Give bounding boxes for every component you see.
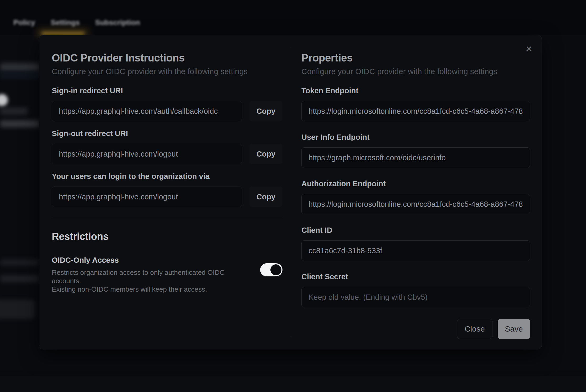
instructions-title: OIDC Provider Instructions: [52, 52, 282, 64]
properties-subtitle: Configure your OIDC provider with the fo…: [301, 67, 530, 76]
background-blur-text: [0, 275, 39, 282]
oidc-only-access-description-line2: Existing non-OIDC members will keep thei…: [52, 285, 236, 293]
sign-out-redirect-field: Sign-out redirect URI Copy: [52, 129, 282, 164]
background-blur-text: [0, 260, 39, 265]
authorization-endpoint-input[interactable]: [301, 194, 530, 214]
user-info-endpoint-field: User Info Endpoint: [301, 133, 530, 168]
top-bar-background: [0, 0, 586, 35]
tab-settings[interactable]: Settings: [51, 18, 80, 27]
page-bottom-area: [0, 376, 586, 392]
tab-policy[interactable]: Policy: [13, 18, 35, 27]
save-button[interactable]: Save: [498, 319, 530, 339]
login-via-label: Your users can login to the organization…: [52, 172, 282, 181]
token-endpoint-label: Token Endpoint: [301, 86, 530, 95]
restrictions-heading: Restrictions: [52, 231, 282, 242]
copy-sign-in-button[interactable]: Copy: [249, 101, 282, 121]
background-blur-band: [0, 71, 39, 79]
token-endpoint-input[interactable]: [301, 101, 530, 121]
tab-subscription[interactable]: Subscription: [95, 18, 140, 27]
background-blur-avatar: [0, 94, 8, 106]
properties-column: Properties Configure your OIDC provider …: [301, 52, 530, 339]
sign-out-redirect-input[interactable]: [52, 144, 242, 164]
token-endpoint-field: Token Endpoint: [301, 86, 530, 121]
oidc-only-access-description-line1: Restricts organization access to only au…: [52, 268, 236, 285]
background-blur-text: [0, 63, 39, 71]
user-info-endpoint-label: User Info Endpoint: [301, 133, 530, 142]
copy-sign-out-button[interactable]: Copy: [249, 144, 282, 164]
sign-in-redirect-label: Sign-in redirect URI: [52, 86, 282, 95]
background-blur-text: [0, 108, 28, 115]
login-via-input[interactable]: [52, 187, 242, 207]
properties-title: Properties: [301, 52, 530, 64]
authorization-endpoint-field: Authorization Endpoint: [301, 179, 530, 214]
client-id-input[interactable]: [301, 240, 530, 261]
oidc-settings-modal: ✕ OIDC Provider Instructions Configure y…: [39, 35, 542, 349]
client-secret-input[interactable]: [301, 287, 530, 307]
oidc-only-access-toggle[interactable]: [260, 263, 282, 276]
oidc-only-access-label: OIDC-Only Access: [52, 256, 236, 265]
modal-footer: Close Save: [301, 319, 530, 339]
client-secret-field: Client Secret: [301, 272, 530, 307]
sign-in-redirect-input[interactable]: [52, 101, 242, 121]
authorization-endpoint-label: Authorization Endpoint: [301, 179, 530, 188]
restrictions-divider: [52, 217, 282, 217]
copy-login-via-button[interactable]: Copy: [249, 187, 282, 207]
sign-in-redirect-field: Sign-in redirect URI Copy: [52, 86, 282, 121]
oidc-instructions-column: OIDC Provider Instructions Configure you…: [52, 52, 282, 293]
client-id-field: Client ID: [301, 226, 530, 261]
background-blur-button: [0, 300, 35, 319]
login-via-field: Your users can login to the organization…: [52, 172, 282, 207]
close-button[interactable]: Close: [457, 319, 492, 339]
instructions-subtitle: Configure your OIDC provider with the fo…: [52, 67, 282, 76]
client-id-label: Client ID: [301, 226, 530, 235]
client-secret-label: Client Secret: [301, 272, 530, 281]
oidc-only-access-row: OIDC-Only Access Restricts organization …: [52, 256, 282, 293]
column-divider: [291, 48, 291, 337]
page-bottom-band: [0, 371, 586, 376]
sign-out-redirect-label: Sign-out redirect URI: [52, 129, 282, 138]
toggle-thumb: [270, 264, 281, 275]
user-info-endpoint-input[interactable]: [301, 147, 530, 168]
background-blur-text: [0, 120, 39, 127]
